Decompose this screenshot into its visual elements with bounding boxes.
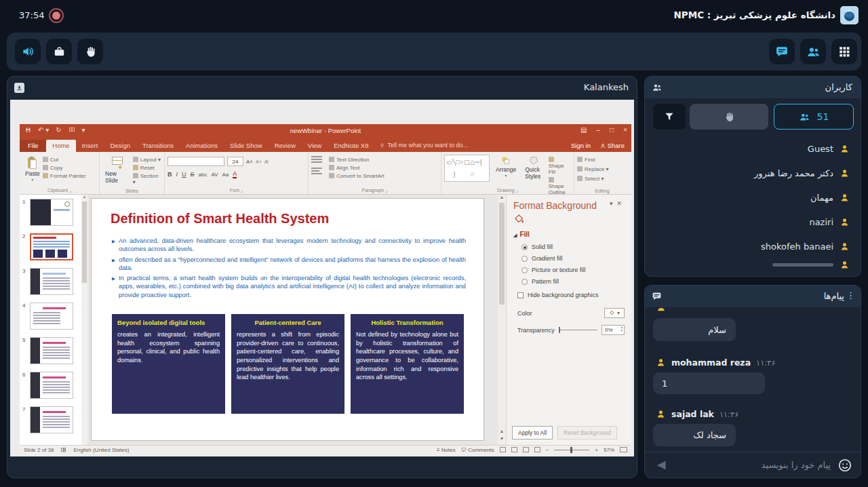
- pane-close-icon[interactable]: ✕: [616, 200, 626, 207]
- paragraph-dialog-launcher[interactable]: ⌟: [385, 188, 387, 193]
- fit-slide-icon[interactable]: [620, 447, 627, 452]
- tell-me-box[interactable]: Tell me what you want to do...: [374, 142, 473, 152]
- language-indicator[interactable]: English (United States): [73, 447, 129, 453]
- chat-toggle-button[interactable]: [769, 39, 795, 64]
- clipboard-dialog-launcher[interactable]: ⌟: [69, 188, 71, 193]
- reset-button[interactable]: Reset: [133, 165, 161, 171]
- user-row[interactable]: دکتر محمد رضا هنرور: [645, 161, 861, 185]
- user-row-partial[interactable]: [645, 258, 861, 277]
- shrink-font-icon[interactable]: A˅: [256, 159, 262, 164]
- tab-design[interactable]: Design: [104, 140, 136, 152]
- emoji-icon[interactable]: [837, 458, 852, 473]
- list-buttons[interactable]: [311, 156, 322, 163]
- apply-to-all-button[interactable]: Apply to All: [512, 426, 553, 440]
- fill-section-header[interactable]: ◢Fill: [513, 231, 625, 238]
- copy-button[interactable]: Copy: [43, 165, 86, 171]
- zoom-in-icon[interactable]: +: [595, 447, 598, 453]
- filter-users-button[interactable]: [653, 104, 686, 130]
- user-row[interactable]: shokofeh banaei: [645, 234, 861, 258]
- align-text-button[interactable]: Align Text: [329, 165, 384, 171]
- users-toggle-button[interactable]: [800, 39, 826, 64]
- raised-hands-button[interactable]: [690, 104, 768, 130]
- transparency-spinbox[interactable]: 0%▴▾: [601, 325, 625, 335]
- tab-insert[interactable]: Insert: [76, 140, 104, 152]
- reset-background-button[interactable]: Reset Background: [557, 426, 617, 440]
- comments-button[interactable]: 🗩 Comments: [461, 447, 494, 453]
- format-painter-button[interactable]: Format Painter: [43, 173, 86, 179]
- slide-thumbnail-1[interactable]: 1: [22, 199, 86, 226]
- shapes-gallery[interactable]: ▭╲□○▢△⇨{}☆: [444, 155, 490, 182]
- tab-animations[interactable]: Animations: [180, 140, 224, 152]
- slide-scrollbar[interactable]: ▲ ▲▼: [498, 195, 506, 445]
- tab-file[interactable]: File: [20, 140, 46, 152]
- close-icon[interactable]: ×: [623, 126, 627, 134]
- user-row[interactable]: naziri: [645, 210, 861, 234]
- normal-view-icon[interactable]: [500, 447, 506, 452]
- zoom-level[interactable]: 57%: [604, 447, 614, 453]
- new-slide-button[interactable]: New Slide: [102, 155, 133, 185]
- hide-bg-graphics-checkbox[interactable]: Hide background graphics: [517, 292, 625, 298]
- tab-endnote[interactable]: EndNote X8: [328, 140, 374, 152]
- layout-grid-button[interactable]: [831, 39, 857, 64]
- font-dialog-launcher[interactable]: ⌟: [241, 188, 243, 193]
- italic-button[interactable]: I: [176, 171, 178, 178]
- clear-formatting-icon[interactable]: A̸: [264, 159, 268, 165]
- change-case-button[interactable]: Aa: [222, 172, 229, 178]
- underline-button[interactable]: U: [182, 171, 186, 178]
- message-input[interactable]: [668, 460, 837, 470]
- pattern-fill-option[interactable]: Pattern fill: [521, 278, 625, 285]
- slide-thumbnail-4[interactable]: 4: [22, 303, 86, 330]
- files-button[interactable]: [46, 39, 72, 64]
- paint-bucket-icon[interactable]: [513, 214, 625, 224]
- scroll-thumb[interactable]: [82, 201, 87, 283]
- notes-button[interactable]: ≡ Notes: [437, 447, 456, 453]
- shape-fill-button[interactable]: Shape Fill: [549, 157, 571, 175]
- layout-button[interactable]: Layout ▾: [133, 157, 161, 163]
- align-buttons[interactable]: [311, 168, 322, 174]
- slide-sorter-icon[interactable]: [511, 447, 517, 452]
- screen-share-icon[interactable]: [14, 83, 24, 93]
- ppt-titlebar[interactable]: ↶ ▾ ↻ ▾ newWbinar - PowerPoint ▤ – □ ×: [20, 124, 631, 139]
- tab-home[interactable]: Home: [46, 140, 75, 152]
- prev-next-slide-buttons[interactable]: ▲▼: [498, 428, 506, 442]
- paste-button[interactable]: Paste▾: [22, 155, 43, 182]
- find-button[interactable]: Find: [577, 157, 627, 163]
- reading-view-icon[interactable]: [523, 447, 529, 452]
- drawing-dialog-launcher[interactable]: ⌟: [516, 188, 518, 193]
- cut-button[interactable]: Cut: [43, 157, 86, 163]
- send-icon[interactable]: [654, 459, 668, 472]
- current-slide[interactable]: Definition of Smart Health System ▶An ad…: [91, 198, 484, 441]
- ribbon-options-icon[interactable]: ▤: [580, 126, 587, 134]
- maximize-icon[interactable]: □: [610, 126, 614, 134]
- tab-review[interactable]: Review: [269, 140, 302, 152]
- messages-menu-icon[interactable]: ⋮: [846, 290, 855, 300]
- slide-thumbnail-6[interactable]: 6: [22, 372, 86, 399]
- thumbnail-scrollbar[interactable]: ▲: [81, 195, 87, 445]
- gradient-fill-option[interactable]: Gradient fill: [521, 255, 625, 262]
- select-button[interactable]: Select ▾: [577, 176, 627, 182]
- arrange-button[interactable]: Arrange▾: [493, 155, 519, 178]
- zoom-slider[interactable]: [554, 450, 589, 450]
- font-size-box[interactable]: 24: [227, 157, 243, 166]
- zoom-out-icon[interactable]: −: [546, 447, 549, 453]
- bold-button[interactable]: B: [167, 171, 172, 178]
- color-picker-button[interactable]: ▾: [604, 308, 625, 318]
- font-color-button[interactable]: A: [233, 170, 237, 178]
- slide-thumbnail-7[interactable]: 7: [22, 406, 86, 433]
- slide-thumbnail-5[interactable]: 5: [22, 337, 86, 364]
- user-count-button[interactable]: 51: [774, 104, 854, 130]
- share-button[interactable]: Share: [600, 142, 625, 149]
- audio-button[interactable]: [15, 39, 41, 64]
- slide-thumbnail-3[interactable]: 3: [22, 268, 86, 295]
- minimize-icon[interactable]: –: [597, 126, 601, 134]
- strikethrough-button[interactable]: S: [191, 171, 195, 178]
- char-spacing-button[interactable]: AV: [211, 172, 218, 178]
- spinner-arrows-icon[interactable]: ▴▾: [620, 326, 623, 332]
- slideshow-view-icon[interactable]: [534, 447, 540, 452]
- scroll-thumb[interactable]: [499, 203, 505, 305]
- tab-slideshow[interactable]: Slide Show: [224, 140, 269, 152]
- font-name-box[interactable]: [167, 157, 224, 166]
- picture-fill-option[interactable]: Picture or texture fill: [521, 267, 625, 273]
- grow-font-icon[interactable]: A˄: [246, 159, 253, 165]
- user-row[interactable]: مهمان: [645, 185, 861, 210]
